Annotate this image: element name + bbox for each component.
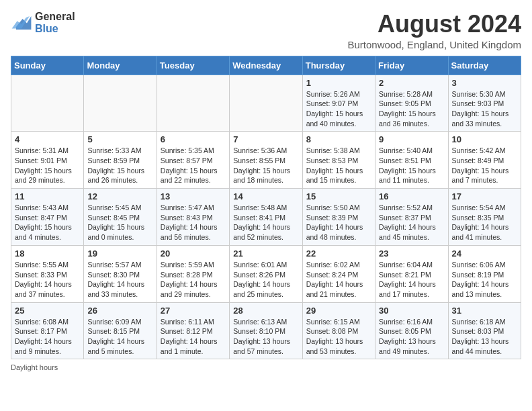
day-number: 25 [15,306,80,316]
day-info: Sunrise: 6:16 AMSunset: 8:05 PMDaylight:… [379,317,444,357]
day-info: Sunrise: 5:47 AMSunset: 8:43 PMDaylight:… [161,203,226,242]
day-info: Sunrise: 5:43 AMSunset: 8:47 PMDaylight:… [15,203,80,242]
calendar-cell [84,75,157,132]
day-info: Sunrise: 5:35 AMSunset: 8:57 PMDaylight:… [161,146,226,185]
week-row-4: 18Sunrise: 5:55 AMSunset: 8:33 PMDayligh… [11,245,521,302]
day-number: 21 [233,248,298,259]
day-header-tuesday: Tuesday [157,56,229,75]
calendar-cell: 7Sunrise: 5:36 AMSunset: 8:55 PMDaylight… [230,132,302,189]
day-info: Sunrise: 5:54 AMSunset: 8:35 PMDaylight:… [452,203,517,242]
day-info: Sunrise: 6:13 AMSunset: 8:10 PMDaylight:… [233,317,298,357]
calendar-cell: 8Sunrise: 5:38 AMSunset: 8:53 PMDaylight… [302,132,375,189]
week-row-5: 25Sunrise: 6:08 AMSunset: 8:17 PMDayligh… [11,302,521,359]
day-info: Sunrise: 5:40 AMSunset: 8:51 PMDaylight:… [379,146,444,185]
day-info: Sunrise: 5:36 AMSunset: 8:55 PMDaylight:… [233,146,298,185]
calendar-cell [11,75,84,132]
day-info: Sunrise: 6:08 AMSunset: 8:17 PMDaylight:… [15,317,80,357]
calendar-cell [230,75,302,132]
day-info: Sunrise: 5:28 AMSunset: 9:05 PMDaylight:… [379,89,444,129]
day-number: 6 [161,134,226,144]
week-row-3: 11Sunrise: 5:43 AMSunset: 8:47 PMDayligh… [11,189,521,246]
day-info: Sunrise: 6:15 AMSunset: 8:08 PMDaylight:… [306,317,371,357]
footer-note: Daylight hours [11,363,521,371]
calendar-cell: 14Sunrise: 5:48 AMSunset: 8:41 PMDayligh… [230,189,302,246]
day-info: Sunrise: 6:09 AMSunset: 8:15 PMDaylight:… [87,317,152,357]
day-header-wednesday: Wednesday [230,56,302,75]
day-number: 10 [452,134,517,144]
calendar-cell: 19Sunrise: 5:57 AMSunset: 8:30 PMDayligh… [84,245,157,302]
day-number: 17 [452,191,517,201]
day-info: Sunrise: 5:26 AMSunset: 9:07 PMDaylight:… [306,89,371,129]
calendar-cell: 30Sunrise: 6:16 AMSunset: 8:05 PMDayligh… [375,302,448,359]
week-row-1: 1Sunrise: 5:26 AMSunset: 9:07 PMDaylight… [11,75,521,132]
calendar-cell: 2Sunrise: 5:28 AMSunset: 9:05 PMDaylight… [375,75,448,132]
day-number: 14 [233,191,298,201]
day-header-saturday: Saturday [448,56,521,75]
calendar-cell: 16Sunrise: 5:52 AMSunset: 8:37 PMDayligh… [375,189,448,246]
calendar-cell: 10Sunrise: 5:42 AMSunset: 8:49 PMDayligh… [448,132,521,189]
day-number: 19 [87,248,152,259]
day-info: Sunrise: 5:38 AMSunset: 8:53 PMDaylight:… [306,146,371,185]
calendar-cell: 17Sunrise: 5:54 AMSunset: 8:35 PMDayligh… [448,189,521,246]
logo: General Blue [11,11,75,35]
calendar-cell: 6Sunrise: 5:35 AMSunset: 8:57 PMDaylight… [157,132,229,189]
calendar-cell: 1Sunrise: 5:26 AMSunset: 9:07 PMDaylight… [302,75,375,132]
day-info: Sunrise: 6:01 AMSunset: 8:26 PMDaylight:… [233,260,298,300]
calendar-cell: 4Sunrise: 5:31 AMSunset: 9:01 PMDaylight… [11,132,84,189]
calendar-cell: 24Sunrise: 6:06 AMSunset: 8:19 PMDayligh… [448,245,521,302]
day-header-sunday: Sunday [11,56,84,75]
day-info: Sunrise: 5:45 AMSunset: 8:45 PMDaylight:… [87,203,152,242]
day-number: 27 [161,306,226,316]
calendar-cell: 20Sunrise: 5:59 AMSunset: 8:28 PMDayligh… [157,245,229,302]
day-number: 28 [233,306,298,316]
day-number: 26 [87,306,152,316]
calendar-cell: 31Sunrise: 6:18 AMSunset: 8:03 PMDayligh… [448,302,521,359]
calendar-cell: 11Sunrise: 5:43 AMSunset: 8:47 PMDayligh… [11,189,84,246]
calendar-cell: 9Sunrise: 5:40 AMSunset: 8:51 PMDaylight… [375,132,448,189]
day-info: Sunrise: 6:11 AMSunset: 8:12 PMDaylight:… [161,317,226,357]
day-number: 12 [87,191,152,201]
day-number: 23 [379,248,444,259]
day-number: 5 [87,134,152,144]
logo-icon [11,13,32,32]
day-info: Sunrise: 5:52 AMSunset: 8:37 PMDaylight:… [379,203,444,242]
day-number: 3 [452,78,517,88]
day-info: Sunrise: 5:30 AMSunset: 9:03 PMDaylight:… [452,89,517,129]
calendar-cell: 27Sunrise: 6:11 AMSunset: 8:12 PMDayligh… [157,302,229,359]
calendar-cell: 15Sunrise: 5:50 AMSunset: 8:39 PMDayligh… [302,189,375,246]
calendar-header-row: SundayMondayTuesdayWednesdayThursdayFrid… [11,56,521,75]
day-info: Sunrise: 5:57 AMSunset: 8:30 PMDaylight:… [87,260,152,300]
day-number: 1 [306,78,371,88]
location: Burtonwood, England, United Kingdom [347,39,521,50]
day-info: Sunrise: 5:55 AMSunset: 8:33 PMDaylight:… [15,260,80,300]
day-number: 18 [15,248,80,259]
calendar-cell: 3Sunrise: 5:30 AMSunset: 9:03 PMDaylight… [448,75,521,132]
day-info: Sunrise: 5:59 AMSunset: 8:28 PMDaylight:… [161,260,226,300]
day-info: Sunrise: 6:06 AMSunset: 8:19 PMDaylight:… [452,260,517,300]
calendar: SundayMondayTuesdayWednesdayThursdayFrid… [11,56,521,360]
calendar-cell: 12Sunrise: 5:45 AMSunset: 8:45 PMDayligh… [84,189,157,246]
day-info: Sunrise: 6:18 AMSunset: 8:03 PMDaylight:… [452,317,517,357]
week-row-2: 4Sunrise: 5:31 AMSunset: 9:01 PMDaylight… [11,132,521,189]
calendar-cell: 13Sunrise: 5:47 AMSunset: 8:43 PMDayligh… [157,189,229,246]
day-number: 30 [379,306,444,316]
calendar-cell: 5Sunrise: 5:33 AMSunset: 8:59 PMDaylight… [84,132,157,189]
calendar-cell: 21Sunrise: 6:01 AMSunset: 8:26 PMDayligh… [230,245,302,302]
day-number: 16 [379,191,444,201]
calendar-cell: 18Sunrise: 5:55 AMSunset: 8:33 PMDayligh… [11,245,84,302]
calendar-cell: 28Sunrise: 6:13 AMSunset: 8:10 PMDayligh… [230,302,302,359]
day-number: 31 [452,306,517,316]
title-area: August 2024 Burtonwood, England, United … [347,11,521,50]
calendar-cell: 22Sunrise: 6:02 AMSunset: 8:24 PMDayligh… [302,245,375,302]
calendar-cell: 23Sunrise: 6:04 AMSunset: 8:21 PMDayligh… [375,245,448,302]
calendar-cell: 26Sunrise: 6:09 AMSunset: 8:15 PMDayligh… [84,302,157,359]
calendar-cell [157,75,229,132]
month-year: August 2024 [347,11,521,38]
day-number: 7 [233,134,298,144]
day-number: 8 [306,134,371,144]
calendar-cell: 29Sunrise: 6:15 AMSunset: 8:08 PMDayligh… [302,302,375,359]
day-info: Sunrise: 6:02 AMSunset: 8:24 PMDaylight:… [306,260,371,300]
day-number: 13 [161,191,226,201]
day-number: 11 [15,191,80,201]
day-header-monday: Monday [84,56,157,75]
